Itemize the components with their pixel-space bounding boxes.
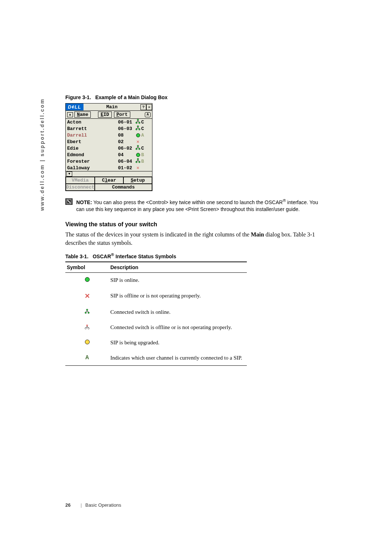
svg-point-17 bbox=[88, 328, 89, 329]
switch-online-icon bbox=[135, 145, 140, 151]
dell-logo: D¢LL bbox=[66, 104, 83, 110]
device-row[interactable]: Acton06-01C bbox=[66, 119, 152, 125]
device-row[interactable]: Darrell08A bbox=[66, 132, 152, 138]
switch-offline-icon bbox=[85, 324, 90, 331]
description-cell: SIP is online. bbox=[109, 272, 247, 288]
device-name: Darrell bbox=[67, 133, 118, 138]
scrollbar: ▼ bbox=[66, 171, 152, 177]
footer-separator: | bbox=[81, 502, 82, 508]
name-column-header[interactable]: Name bbox=[74, 112, 91, 118]
device-user-letter: C bbox=[141, 119, 146, 125]
switch-online-icon bbox=[85, 309, 90, 315]
symbol-cell bbox=[65, 320, 109, 335]
upgrading-circle-icon bbox=[85, 340, 90, 344]
svg-point-7 bbox=[136, 148, 137, 150]
symbol-cell bbox=[65, 272, 109, 288]
svg-point-9 bbox=[137, 158, 139, 160]
figure-caption-label: Figure 3-1. bbox=[65, 94, 91, 100]
note-text: NOTE: You can also press the <Control> k… bbox=[76, 198, 327, 212]
user-channel-icon: A bbox=[85, 355, 89, 361]
dialog-headers: ▲ Name EID Port A bbox=[66, 111, 152, 119]
table-caption-oscar: OSCAR bbox=[93, 254, 111, 259]
note-block: NOTE: You can also press the <Control> k… bbox=[65, 198, 327, 212]
description-cell: Connected switch is online. bbox=[109, 304, 247, 320]
svg-point-2 bbox=[139, 122, 140, 123]
dialog-buttons: VMedia Clear Setup Disconnect Commands bbox=[66, 177, 152, 191]
dialog-title: Main bbox=[83, 104, 141, 110]
table-caption: Table 3-1. OSCAR® Interface Status Symbo… bbox=[65, 252, 327, 259]
device-port: 04 bbox=[118, 152, 135, 158]
device-row[interactable]: Forester06-04B bbox=[66, 158, 152, 165]
device-status-icon bbox=[135, 158, 141, 165]
symbol-cell bbox=[65, 304, 109, 320]
table-row: Connected switch is offline or is not op… bbox=[65, 320, 247, 335]
device-status-icon: ✕ bbox=[135, 139, 141, 145]
svg-point-13 bbox=[86, 309, 88, 311]
device-name: Acton bbox=[67, 119, 118, 125]
device-name: Edie bbox=[67, 146, 118, 151]
switch-online-icon bbox=[135, 158, 140, 165]
svg-point-14 bbox=[85, 312, 86, 313]
footer-section: Basic Operations bbox=[85, 502, 121, 508]
offline-x-icon: ✕ bbox=[136, 165, 139, 171]
device-row[interactable]: Edmond04B bbox=[66, 151, 152, 158]
figure-caption-text: Example of a Main Dialog Box bbox=[95, 94, 167, 100]
switch-online-icon bbox=[135, 119, 140, 125]
table-row: SIP is being upgraded. bbox=[65, 335, 247, 350]
page-footer: 26 | Basic Operations bbox=[65, 502, 121, 508]
device-name: Barrett bbox=[67, 126, 118, 131]
status-symbols-table: Symbol Description SIP is online.✕SIP is… bbox=[65, 262, 247, 366]
device-user-letter: C bbox=[141, 146, 146, 151]
sidebar-url-text: www.dell.com | support.dell.com bbox=[39, 98, 45, 211]
clear-button[interactable]: Clear bbox=[95, 177, 123, 184]
main-dialog: D¢LL Main ? ✕ ▲ Name EID Port A Acton06-… bbox=[65, 103, 152, 191]
description-cell: SIP is being upgraded. bbox=[109, 335, 247, 350]
device-row[interactable]: Galloway01-02✕ bbox=[66, 165, 152, 171]
table-caption-label: Table 3-1. bbox=[65, 254, 89, 259]
device-row[interactable]: Barrett06-03C bbox=[66, 125, 152, 132]
symbol-cell: ✕ bbox=[65, 288, 109, 304]
note-line1: You can also press the <Control> key twi… bbox=[93, 199, 283, 205]
online-circle-icon bbox=[136, 133, 140, 137]
device-status-icon bbox=[135, 133, 141, 137]
th-symbol: Symbol bbox=[65, 262, 109, 273]
description-cell: Connected switch is offline or is not op… bbox=[109, 320, 247, 335]
online-circle-icon bbox=[85, 277, 90, 282]
section-heading: Viewing the status of your switch bbox=[65, 221, 327, 228]
help-icon[interactable]: ? bbox=[140, 104, 146, 110]
device-row[interactable]: Edie06-02C bbox=[66, 145, 152, 151]
device-status-icon bbox=[135, 145, 141, 151]
close-icon[interactable]: ✕ bbox=[146, 104, 152, 110]
sort-toggle-icon[interactable]: ▲ bbox=[67, 112, 73, 117]
device-port: 08 bbox=[118, 133, 135, 138]
table-row: Connected switch is online. bbox=[65, 304, 247, 320]
svg-point-5 bbox=[139, 129, 140, 130]
device-status-icon bbox=[135, 153, 141, 157]
commands-button[interactable]: Commands bbox=[95, 184, 152, 191]
device-row[interactable]: Ebert02✕ bbox=[66, 138, 152, 145]
svg-point-11 bbox=[139, 161, 140, 163]
table-caption-rest: Interface Status Symbols bbox=[114, 254, 176, 259]
svg-point-1 bbox=[136, 122, 137, 123]
device-user-letter: B bbox=[141, 159, 146, 164]
offline-x-icon: ✕ bbox=[85, 292, 90, 300]
disconnect-button: Disconnect bbox=[66, 184, 95, 191]
setup-button[interactable]: Setup bbox=[123, 177, 152, 184]
device-name: Edmond bbox=[67, 152, 118, 158]
device-user-letter: A bbox=[141, 133, 146, 138]
device-list: Acton06-01CBarrett06-03CDarrell08AEbert0… bbox=[66, 119, 152, 171]
svg-point-4 bbox=[136, 129, 137, 130]
device-status-icon bbox=[135, 119, 141, 125]
device-name: Ebert bbox=[67, 139, 118, 145]
description-cell: SIP is offline or is not operating prope… bbox=[109, 288, 247, 304]
user-indicator-icon: A bbox=[145, 112, 151, 117]
table-row: AIndicates which user channel is current… bbox=[65, 350, 247, 366]
scroll-down-icon[interactable]: ▼ bbox=[66, 171, 72, 177]
port-column-header[interactable]: Port bbox=[114, 112, 130, 118]
th-description: Description bbox=[109, 262, 247, 273]
section-paragraph: The status of the devices in your system… bbox=[65, 231, 327, 247]
eid-column-header[interactable]: EID bbox=[98, 112, 111, 118]
svg-point-6 bbox=[137, 145, 139, 147]
figure-caption: Figure 3-1. Example of a Main Dialog Box bbox=[65, 94, 327, 100]
device-status-icon: ✕ bbox=[135, 165, 141, 171]
